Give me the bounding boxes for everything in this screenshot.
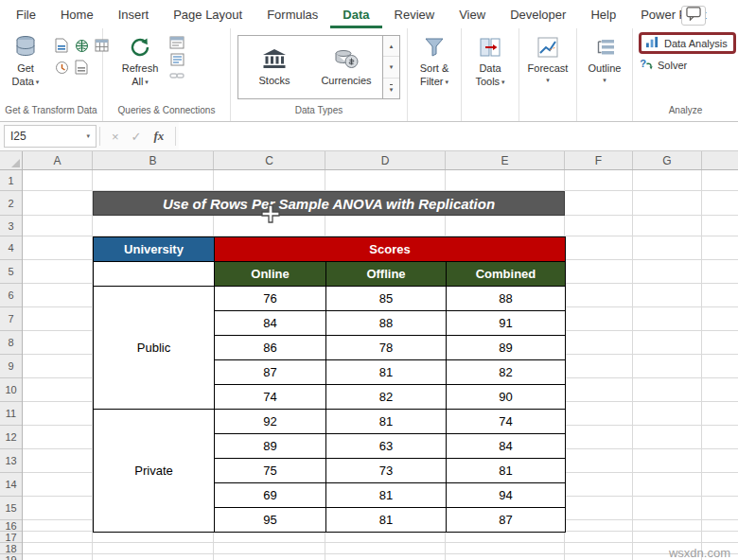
outline-button[interactable]: Outline▾ bbox=[588, 32, 623, 87]
row-header-11[interactable]: 11 bbox=[0, 402, 22, 426]
row-header-9[interactable]: 9 bbox=[0, 355, 22, 378]
tab-help[interactable]: Help bbox=[578, 0, 628, 28]
grid-cells[interactable]: Use of Rows Per Sample ANOVA with Replic… bbox=[23, 170, 738, 560]
row-header-1[interactable]: 1 bbox=[0, 170, 22, 191]
scores-header-cell[interactable]: Scores bbox=[215, 237, 566, 262]
column-header-E[interactable]: E bbox=[446, 151, 565, 169]
tab-formulas[interactable]: Formulas bbox=[255, 0, 330, 28]
score-cell[interactable]: 84 bbox=[215, 311, 326, 336]
select-all-corner[interactable] bbox=[0, 151, 23, 170]
sort-filter-button[interactable]: Sort & Filter▾ bbox=[413, 32, 456, 91]
score-cell[interactable]: 76 bbox=[215, 287, 326, 311]
score-cell[interactable]: 88 bbox=[326, 311, 447, 336]
tab-insert[interactable]: Insert bbox=[106, 0, 162, 28]
forecast-button[interactable]: Forecast▾ bbox=[527, 32, 570, 87]
score-cell[interactable]: 73 bbox=[326, 459, 447, 483]
tab-view[interactable]: View bbox=[447, 0, 498, 28]
score-cell[interactable]: 74 bbox=[215, 385, 326, 410]
score-cell[interactable]: 89 bbox=[215, 434, 326, 459]
score-cell[interactable]: 89 bbox=[447, 336, 566, 360]
formula-input[interactable] bbox=[179, 122, 738, 150]
stocks-tile[interactable]: Stocks bbox=[238, 36, 310, 98]
score-cell[interactable]: 85 bbox=[326, 287, 447, 311]
group-label-cell-public[interactable]: Public bbox=[94, 287, 215, 410]
score-cell[interactable]: 81 bbox=[326, 360, 447, 385]
column-header-F[interactable]: F bbox=[565, 151, 633, 169]
solver-button[interactable]: ? Solver bbox=[639, 58, 687, 73]
group-label-cell-private[interactable]: Private bbox=[94, 410, 215, 533]
score-cell[interactable]: 88 bbox=[447, 287, 566, 311]
get-data-button[interactable]: Get Data▾ bbox=[3, 32, 48, 91]
tab-developer[interactable]: Developer bbox=[498, 0, 578, 28]
row-header-3[interactable]: 3 bbox=[0, 216, 22, 236]
row-header-6[interactable]: 6 bbox=[0, 284, 22, 307]
score-cell[interactable]: 81 bbox=[447, 459, 566, 483]
subheader-cell-combined[interactable]: Combined bbox=[447, 262, 566, 287]
subheader-cell-online[interactable]: Online bbox=[215, 262, 326, 287]
score-cell[interactable]: 81 bbox=[326, 410, 447, 434]
from-web-icon[interactable] bbox=[72, 35, 91, 56]
university-header-cell[interactable]: University bbox=[94, 237, 215, 262]
score-cell[interactable]: 92 bbox=[215, 410, 326, 434]
score-cell[interactable]: 91 bbox=[447, 311, 566, 336]
score-cell[interactable]: 75 bbox=[215, 459, 326, 483]
data-tools-button[interactable]: Data Tools▾ bbox=[472, 32, 508, 91]
score-cell[interactable]: 69 bbox=[215, 483, 326, 508]
row-header-12[interactable]: 12 bbox=[0, 426, 22, 449]
existing-connections-icon[interactable] bbox=[72, 57, 91, 78]
name-box[interactable]: I25 ▾ bbox=[4, 125, 97, 148]
row-header-14[interactable]: 14 bbox=[0, 473, 22, 497]
row-header-7[interactable]: 7 bbox=[0, 307, 22, 331]
gallery-more-icon[interactable]: ▾ bbox=[383, 79, 399, 98]
score-cell[interactable]: 78 bbox=[326, 336, 447, 360]
score-cell[interactable]: 86 bbox=[215, 336, 326, 360]
tab-home[interactable]: Home bbox=[48, 0, 106, 28]
score-cell[interactable]: 63 bbox=[326, 434, 447, 459]
tab-file[interactable]: File bbox=[4, 0, 48, 28]
row-header-17[interactable]: 17 bbox=[0, 532, 22, 543]
score-cell[interactable]: 94 bbox=[447, 483, 566, 508]
row-header-10[interactable]: 10 bbox=[0, 378, 22, 402]
queries-connections-icon[interactable] bbox=[169, 36, 184, 49]
column-header-C[interactable]: C bbox=[214, 151, 325, 169]
column-header-A[interactable]: A bbox=[23, 151, 93, 169]
tab-review[interactable]: Review bbox=[382, 0, 448, 28]
recent-sources-icon[interactable] bbox=[52, 57, 71, 78]
score-cell[interactable]: 90 bbox=[447, 385, 566, 410]
score-cell[interactable]: 81 bbox=[326, 508, 447, 533]
insert-function-button[interactable]: fx bbox=[154, 129, 165, 144]
from-text-csv-icon[interactable] bbox=[52, 35, 71, 56]
gallery-down-icon[interactable]: ▾ bbox=[383, 57, 399, 78]
refresh-all-button[interactable]: Refresh All▾ bbox=[116, 32, 164, 91]
row-header-13[interactable]: 13 bbox=[0, 449, 22, 473]
gallery-up-icon[interactable]: ▴ bbox=[383, 36, 399, 57]
name-box-caret-icon[interactable]: ▾ bbox=[86, 132, 90, 140]
column-header-B[interactable]: B bbox=[93, 151, 214, 169]
subheader-cell-offline[interactable]: Offline bbox=[326, 262, 447, 287]
column-header-G[interactable]: G bbox=[633, 151, 702, 169]
row-header-15[interactable]: 15 bbox=[0, 497, 22, 520]
tab-page-layout[interactable]: Page Layout bbox=[161, 0, 255, 28]
row-header-8[interactable]: 8 bbox=[0, 331, 22, 355]
row-header-5[interactable]: 5 bbox=[0, 260, 22, 284]
row-header-19[interactable]: 19 bbox=[0, 554, 22, 560]
blank-cell[interactable] bbox=[94, 262, 215, 287]
score-cell[interactable]: 87 bbox=[215, 360, 326, 385]
currencies-tile[interactable]: Currencies bbox=[310, 36, 382, 98]
row-header-2[interactable]: 2 bbox=[0, 191, 22, 216]
data-analysis-button[interactable]: Data Analysis bbox=[645, 36, 728, 50]
score-cell[interactable]: 74 bbox=[447, 410, 566, 434]
score-cell[interactable]: 87 bbox=[447, 508, 566, 533]
row-header-16[interactable]: 16 bbox=[0, 520, 22, 532]
column-header-D[interactable]: D bbox=[325, 151, 446, 169]
sheet-title-cell[interactable]: Use of Rows Per Sample ANOVA with Replic… bbox=[93, 191, 565, 216]
properties-icon[interactable] bbox=[169, 53, 184, 66]
column-header-partial[interactable] bbox=[702, 151, 738, 169]
row-header-18[interactable]: 18 bbox=[0, 543, 22, 554]
row-header-4[interactable]: 4 bbox=[0, 236, 22, 260]
score-cell[interactable]: 82 bbox=[447, 360, 566, 385]
comments-button[interactable] bbox=[681, 6, 706, 26]
score-cell[interactable]: 84 bbox=[447, 434, 566, 459]
score-cell[interactable]: 81 bbox=[326, 483, 447, 508]
tab-data[interactable]: Data bbox=[330, 0, 381, 28]
